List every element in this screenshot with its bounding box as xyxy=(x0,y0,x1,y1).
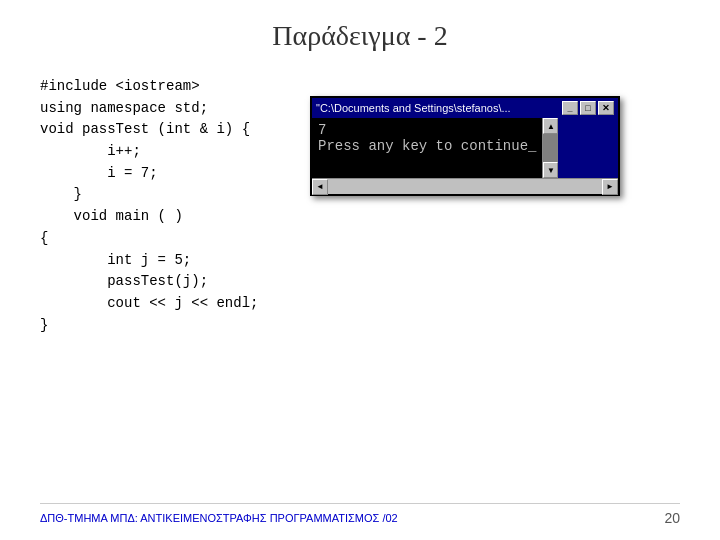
restore-button[interactable]: □ xyxy=(580,101,596,115)
terminal-body: 7 Press any key to continue_ xyxy=(312,118,542,178)
horizontal-track xyxy=(328,179,602,194)
scroll-down-arrow[interactable]: ▼ xyxy=(543,162,558,178)
scroll-left-arrow[interactable]: ◄ xyxy=(312,179,328,195)
terminal-output-line1: 7 xyxy=(318,122,536,138)
code-line-14: cout << j << endl; xyxy=(40,293,680,315)
page-title: Παράδειγμα - 2 xyxy=(40,20,680,52)
code-line-16: } xyxy=(40,315,680,337)
terminal-titlebar: "C:\Documents and Settings\stefanos\... … xyxy=(312,98,618,118)
scrollbar-track xyxy=(543,134,558,162)
code-line-12: int j = 5; xyxy=(40,250,680,272)
code-line-13: passTest(j); xyxy=(40,271,680,293)
code-line-1: #include <iostream> xyxy=(40,76,680,98)
scroll-right-arrow[interactable]: ► xyxy=(602,179,618,195)
footer: ΔΠΘ-ΤΜΗΜΑ ΜΠΔ: ΑΝΤΙΚΕΙΜΕΝΟΣΤΡΑΦΗΣ ΠΡΟΓΡΑ… xyxy=(40,503,680,526)
terminal-output-line2: Press any key to continue_ xyxy=(318,138,536,154)
footer-left-text: ΔΠΘ-ΤΜΗΜΑ ΜΠΔ: ΑΝΤΙΚΕΙΜΕΝΟΣΤΡΑΦΗΣ ΠΡΟΓΡΑ… xyxy=(40,512,398,524)
minimize-button[interactable]: _ xyxy=(562,101,578,115)
terminal-bottom-bar: ◄ ► xyxy=(312,178,618,194)
page: Παράδειγμα - 2 #include <iostream> using… xyxy=(0,0,720,540)
terminal-window: "C:\Documents and Settings\stefanos\... … xyxy=(310,96,620,196)
footer-page-number: 20 xyxy=(664,510,680,526)
terminal-buttons: _ □ ✕ xyxy=(562,101,614,115)
terminal-title: "C:\Documents and Settings\stefanos\... xyxy=(316,102,562,114)
terminal-scroll-area: 7 Press any key to continue_ ▲ ▼ xyxy=(312,118,618,178)
close-button[interactable]: ✕ xyxy=(598,101,614,115)
terminal-scrollbar[interactable]: ▲ ▼ xyxy=(542,118,558,178)
code-line-9: void main ( ) xyxy=(40,206,680,228)
code-line-11: { xyxy=(40,228,680,250)
scroll-up-arrow[interactable]: ▲ xyxy=(543,118,558,134)
terminal-content: 7 Press any key to continue_ xyxy=(318,122,536,154)
